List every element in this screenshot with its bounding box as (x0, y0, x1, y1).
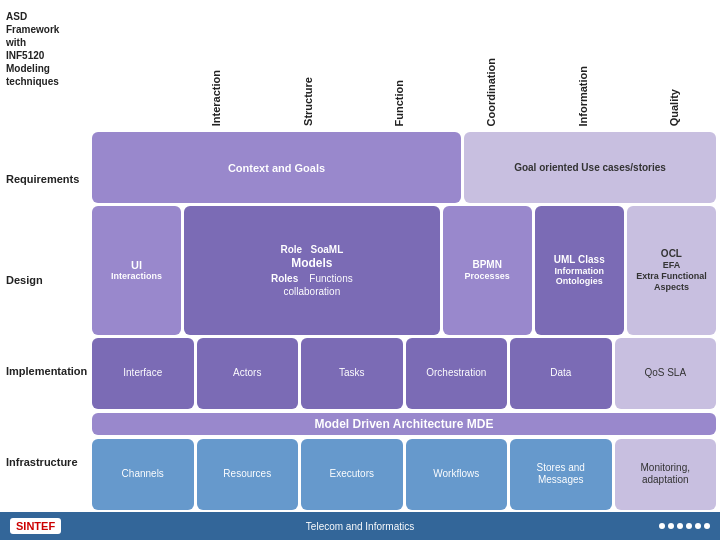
actors-cell: Actors (197, 338, 299, 409)
col-header-information: Information (537, 0, 629, 130)
data-cell: Data (510, 338, 612, 409)
title-line2: Framework (6, 23, 92, 36)
bpmn-cell: BPMN Processes (443, 206, 532, 334)
dot-4 (686, 523, 692, 529)
tasks-cell: Tasks (301, 338, 403, 409)
dot-3 (677, 523, 683, 529)
grid-area: Context and Goals Goal oriented Use case… (90, 130, 720, 512)
implementation-row: Interface Actors Tasks Orchestration Dat… (92, 338, 716, 409)
stores-messages-cell: Stores and Messages (510, 439, 612, 510)
title-line1: ASD (6, 10, 92, 23)
uml-cell: UML Class Information Ontologies (535, 206, 624, 334)
design-row: UI Interactions Role SoaML Models Roles (92, 206, 716, 334)
channels-cell: Channels (92, 439, 194, 510)
dot-2 (668, 523, 674, 529)
row-label-implementation: Implementation (6, 365, 86, 378)
column-headers: Interaction Structure Function Coordinat… (0, 0, 720, 130)
footer: SINTEF Telecom and Informatics (0, 512, 720, 540)
qos-cell: QoS SLA (615, 338, 717, 409)
ui-cell: UI Interactions (92, 206, 181, 334)
dot-1 (659, 523, 665, 529)
col-header-coordination: Coordination (445, 0, 537, 130)
context-goals-cell: Context and Goals (92, 132, 461, 203)
dot-5 (695, 523, 701, 529)
mde-banner: Model Driven Architecture MDE (92, 413, 716, 435)
footer-left: SINTEF (10, 518, 61, 534)
col-header-interaction: Interaction (170, 0, 262, 130)
sintef-logo: SINTEF (10, 518, 61, 534)
row-labels: Requirements Design Implementation Infra… (0, 130, 90, 512)
dot-6 (704, 523, 710, 529)
col-header-structure: Structure (262, 0, 354, 130)
infrastructure-row: Channels Resources Executors Workflows S… (92, 439, 716, 510)
goal-oriented-cell: Goal oriented Use cases/stories (464, 132, 716, 203)
interface-cell: Interface (92, 338, 194, 409)
orchestration-cell: Orchestration (406, 338, 508, 409)
row-label-requirements: Requirements (6, 173, 86, 186)
workflows-cell: Workflows (406, 439, 508, 510)
executors-cell: Executors (301, 439, 403, 510)
ocl-cell: OCL EFA Extra Functional Aspects (627, 206, 716, 334)
title-line5: Modeling (6, 62, 92, 75)
monitoring-cell: Monitoring, adaptation (615, 439, 717, 510)
title-block: ASD Framework with INF5120 Modeling tech… (6, 10, 92, 88)
content-area: Requirements Design Implementation Infra… (0, 130, 720, 512)
col-header-function: Function (353, 0, 445, 130)
row-label-infrastructure: Infrastructure (6, 456, 86, 469)
resources-cell: Resources (197, 439, 299, 510)
title-line4: INF5120 (6, 49, 92, 62)
title-line6: techniques (6, 75, 92, 88)
requirements-row: Context and Goals Goal oriented Use case… (92, 132, 716, 203)
footer-center: Telecom and Informatics (306, 521, 414, 532)
col-header-quality: Quality (628, 0, 720, 130)
title-line3: with (6, 36, 92, 49)
soaml-cell: Role SoaML Models Roles Functions collab… (184, 206, 439, 334)
footer-dots (659, 523, 710, 529)
row-label-design: Design (6, 274, 86, 287)
